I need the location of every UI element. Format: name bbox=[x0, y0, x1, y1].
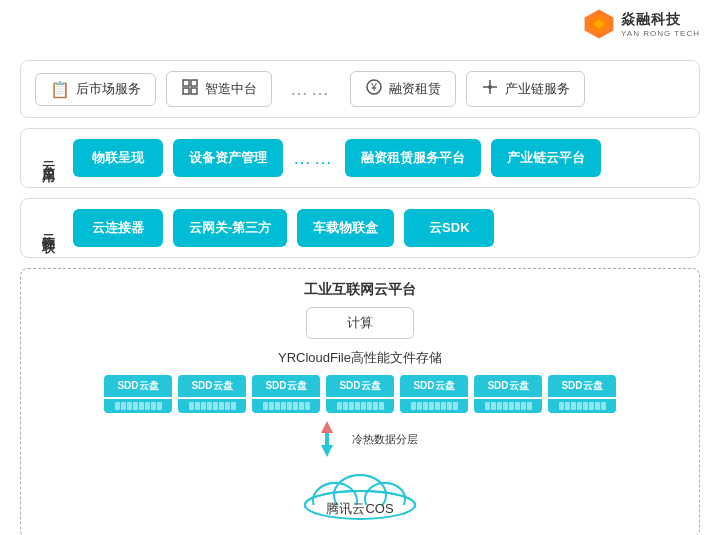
storage-title: YRCloudFile高性能文件存储 bbox=[41, 349, 679, 367]
vehicle-iot[interactable]: 车载物联盒 bbox=[297, 209, 394, 247]
svg-rect-15 bbox=[325, 433, 329, 445]
cloud-app-finance-platform[interactable]: 融资租赁服务平台 bbox=[345, 139, 481, 177]
industrial-platform: 工业互联网云平台 计算 YRCloudFile高性能文件存储 SDD云盘 SDD… bbox=[20, 268, 700, 535]
cloud-app-dots: …… bbox=[293, 148, 335, 169]
compute-label: 计算 bbox=[306, 307, 414, 339]
top-item-aftersales[interactable]: 📋 后市场服务 bbox=[35, 73, 156, 106]
arrow-label: 冷热数据分层 bbox=[352, 432, 418, 447]
cloud-app-section: 云应用 物联呈现 设备资产管理 …… 融资租赁服务平台 产业链云平台 bbox=[20, 128, 700, 188]
svg-text:腾讯云COS: 腾讯云COS bbox=[326, 501, 394, 516]
arrow-cos-area: 冷热数据分层 bbox=[41, 419, 679, 523]
svg-point-11 bbox=[488, 85, 492, 89]
logo-icon bbox=[583, 8, 615, 40]
top-item-finance[interactable]: ¥ 融资租赁 bbox=[350, 71, 456, 107]
industry-label: 产业链服务 bbox=[505, 80, 570, 98]
sdd-row: SDD云盘 SDD云盘 SDD云盘 bbox=[41, 375, 679, 413]
manufacturing-icon bbox=[181, 78, 199, 100]
aftersales-label: 后市场服务 bbox=[76, 80, 141, 98]
sdd-unit-2: SDD云盘 bbox=[178, 375, 246, 413]
industry-icon bbox=[481, 78, 499, 100]
finance-label: 融资租赁 bbox=[389, 80, 441, 98]
svg-marker-14 bbox=[321, 445, 333, 457]
cloud-app-iot[interactable]: 物联呈现 bbox=[73, 139, 163, 177]
sdd-label-4: SDD云盘 bbox=[326, 375, 394, 397]
logo-area: 焱融科技 YAN RONG TECH bbox=[583, 8, 700, 40]
svg-marker-12 bbox=[321, 421, 333, 433]
sdd-stripes-7 bbox=[548, 399, 616, 413]
cloud-app-asset[interactable]: 设备资产管理 bbox=[173, 139, 283, 177]
sdd-label-2: SDD云盘 bbox=[178, 375, 246, 397]
svg-rect-6 bbox=[191, 88, 197, 94]
sdd-unit-3: SDD云盘 bbox=[252, 375, 320, 413]
cloud-app-industry-platform[interactable]: 产业链云平台 bbox=[491, 139, 601, 177]
page: 焱融科技 YAN RONG TECH 📋 后市场服务 智造中台 …… ¥ 融资租… bbox=[0, 0, 720, 535]
logo-text: 焱融科技 YAN RONG TECH bbox=[621, 11, 700, 38]
top-dots: …… bbox=[282, 79, 340, 100]
sdd-unit-4: SDD云盘 bbox=[326, 375, 394, 413]
top-item-manufacturing[interactable]: 智造中台 bbox=[166, 71, 272, 107]
sdd-unit-5: SDD云盘 bbox=[400, 375, 468, 413]
sdd-stripes-4 bbox=[326, 399, 394, 413]
sdd-stripes-1 bbox=[104, 399, 172, 413]
platform-title: 工业互联网云平台 bbox=[41, 281, 679, 299]
cloud-iot-section: 云物联 云连接器 云网关-第三方 车载物联盒 云SDK bbox=[20, 198, 700, 258]
cloud-iot-label: 云物联 bbox=[35, 225, 63, 231]
cos-cloud-icon: 腾讯云COS bbox=[280, 463, 440, 523]
svg-text:¥: ¥ bbox=[370, 82, 377, 93]
aftersales-icon: 📋 bbox=[50, 80, 70, 99]
cloud-gateway[interactable]: 云网关-第三方 bbox=[173, 209, 287, 247]
arrow-label-row: 冷热数据分层 bbox=[302, 419, 418, 459]
sdd-label-6: SDD云盘 bbox=[474, 375, 542, 397]
sdd-label-5: SDD云盘 bbox=[400, 375, 468, 397]
sdd-unit-6: SDD云盘 bbox=[474, 375, 542, 413]
bidirectional-arrow-icon bbox=[302, 419, 352, 459]
sdd-label-7: SDD云盘 bbox=[548, 375, 616, 397]
logo-en: YAN RONG TECH bbox=[621, 29, 700, 38]
svg-rect-3 bbox=[183, 80, 189, 86]
sdd-unit-1: SDD云盘 bbox=[104, 375, 172, 413]
sdd-stripes-6 bbox=[474, 399, 542, 413]
logo-cn: 焱融科技 bbox=[621, 11, 681, 29]
sdd-stripes-2 bbox=[178, 399, 246, 413]
cloud-connector[interactable]: 云连接器 bbox=[73, 209, 163, 247]
cloud-app-label: 云应用 bbox=[35, 152, 63, 164]
svg-rect-5 bbox=[183, 88, 189, 94]
sdd-stripes-3 bbox=[252, 399, 320, 413]
top-item-industry[interactable]: 产业链服务 bbox=[466, 71, 585, 107]
sdd-label-3: SDD云盘 bbox=[252, 375, 320, 397]
top-services-bar: 📋 后市场服务 智造中台 …… ¥ 融资租赁 产业链服务 bbox=[20, 60, 700, 118]
compute-box: 计算 bbox=[41, 307, 679, 339]
sdd-label-1: SDD云盘 bbox=[104, 375, 172, 397]
sdd-unit-7: SDD云盘 bbox=[548, 375, 616, 413]
sdd-stripes-5 bbox=[400, 399, 468, 413]
svg-rect-4 bbox=[191, 80, 197, 86]
cloud-sdk[interactable]: 云SDK bbox=[404, 209, 494, 247]
manufacturing-label: 智造中台 bbox=[205, 80, 257, 98]
finance-icon: ¥ bbox=[365, 78, 383, 100]
